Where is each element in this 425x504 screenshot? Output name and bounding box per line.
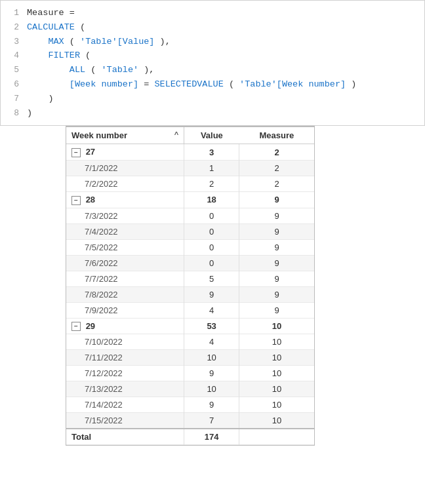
code-text: [Week number] = SELECTEDVALUE ( 'Table'[…	[27, 77, 356, 92]
code-line-2: 2 CALCULATE (	[1, 20, 424, 35]
group-measure-cell: 2	[239, 144, 314, 161]
group-row-29[interactable]: − 29 53 10	[66, 318, 314, 334]
detail-date: 7/15/2022	[66, 413, 184, 429]
code-line-4: 4 FILTER (	[1, 48, 424, 63]
detail-measure: 9	[239, 239, 314, 255]
detail-date: 7/9/2022	[66, 302, 184, 318]
code-text: CALCULATE (	[27, 20, 85, 35]
detail-measure: 10	[239, 334, 314, 350]
detail-row: 7/6/2022 0 9	[66, 255, 314, 271]
detail-measure: 10	[239, 366, 314, 381]
detail-row: 7/14/2022 9 10	[66, 397, 314, 413]
code-text: ALL ( 'Table' ),	[27, 63, 154, 77]
code-line-6: 6 [Week number] = SELECTEDVALUE ( 'Table…	[1, 77, 424, 92]
detail-date: 7/1/2022	[66, 160, 184, 176]
detail-measure: 10	[239, 397, 314, 413]
detail-row: 7/4/2022 0 9	[66, 223, 314, 239]
detail-measure: 9	[239, 255, 314, 271]
detail-date: 7/2/2022	[66, 176, 184, 191]
detail-row: 7/7/2022 5 9	[66, 271, 314, 286]
detail-value: 0	[184, 239, 239, 255]
detail-value: 4	[184, 302, 239, 318]
detail-date: 7/8/2022	[66, 286, 184, 302]
data-table-container: Week number ^ Value Measure − 27	[66, 126, 315, 446]
detail-date: 7/7/2022	[66, 271, 184, 286]
sort-arrow-icon[interactable]: ^	[174, 130, 178, 138]
code-line-8: 8 )	[1, 106, 424, 121]
detail-measure: 9	[239, 208, 314, 223]
line-number: 8	[6, 107, 19, 121]
code-line-5: 5 ALL ( 'Table' ),	[1, 63, 424, 77]
detail-value: 10	[184, 350, 239, 366]
group-measure-cell: 9	[239, 191, 314, 208]
table-scroll[interactable]: Week number ^ Value Measure − 27	[66, 127, 314, 445]
line-number: 6	[6, 78, 19, 92]
detail-value: 2	[184, 176, 239, 191]
group-value-cell: 3	[184, 144, 239, 161]
detail-value: 4	[184, 334, 239, 350]
line-number: 2	[6, 21, 19, 35]
detail-value: 5	[184, 271, 239, 286]
code-text: FILTER (	[27, 48, 91, 63]
detail-date: 7/5/2022	[66, 239, 184, 255]
line-number: 7	[6, 92, 19, 106]
detail-date: 7/13/2022	[66, 381, 184, 397]
detail-measure: 10	[239, 381, 314, 397]
code-line-1: 1 Measure =	[1, 6, 424, 20]
code-text: )	[27, 106, 32, 121]
code-editor: 1 Measure = 2 CALCULATE ( 3 MAX ( 'Table…	[0, 0, 425, 126]
detail-value: 0	[184, 255, 239, 271]
detail-row: 7/2/2022 2 2	[66, 176, 314, 191]
expand-icon[interactable]: −	[71, 322, 81, 331]
detail-row: 7/11/2022 10 10	[66, 350, 314, 366]
detail-measure: 9	[239, 223, 314, 239]
detail-measure: 10	[239, 413, 314, 429]
group-id: 29	[86, 321, 95, 331]
detail-value: 9	[184, 366, 239, 381]
code-line-3: 3 MAX ( 'Table'[Value] ),	[1, 35, 424, 49]
group-id: 28	[86, 195, 95, 204]
detail-row: 7/1/2022 1 2	[66, 160, 314, 176]
code-text: MAX ( 'Table'[Value] ),	[27, 35, 171, 49]
col-measure[interactable]: Measure	[239, 127, 314, 144]
detail-measure: 2	[239, 160, 314, 176]
detail-row: 7/3/2022 0 9	[66, 208, 314, 223]
total-measure	[239, 429, 314, 445]
detail-value: 1	[184, 160, 239, 176]
detail-row: 7/12/2022 9 10	[66, 366, 314, 381]
code-text: Measure =	[27, 6, 75, 20]
detail-date: 7/6/2022	[66, 255, 184, 271]
detail-measure: 10	[239, 350, 314, 366]
group-week-cell: − 28	[66, 191, 184, 208]
group-id: 27	[86, 147, 95, 157]
group-row-27[interactable]: − 27 3 2	[66, 144, 314, 161]
detail-measure: 9	[239, 271, 314, 286]
col-week-number[interactable]: Week number ^	[66, 127, 184, 144]
group-value-cell: 18	[184, 191, 239, 208]
expand-icon[interactable]: −	[71, 148, 81, 157]
detail-measure: 9	[239, 302, 314, 318]
line-number: 4	[6, 49, 19, 63]
detail-date: 7/12/2022	[66, 366, 184, 381]
total-row: Total 174	[66, 429, 314, 445]
code-text: )	[27, 92, 54, 106]
detail-value: 0	[184, 208, 239, 223]
detail-row: 7/15/2022 7 10	[66, 413, 314, 429]
code-line-7: 7 )	[1, 92, 424, 106]
col-value[interactable]: Value	[184, 127, 239, 144]
group-row-28[interactable]: − 28 18 9	[66, 191, 314, 208]
detail-row: 7/8/2022 9 9	[66, 286, 314, 302]
expand-icon[interactable]: −	[71, 196, 81, 205]
data-table: Week number ^ Value Measure − 27	[66, 127, 314, 445]
detail-value: 7	[184, 413, 239, 429]
table-header-row: Week number ^ Value Measure	[66, 127, 314, 144]
detail-date: 7/14/2022	[66, 397, 184, 413]
detail-date: 7/10/2022	[66, 334, 184, 350]
detail-row: 7/5/2022 0 9	[66, 239, 314, 255]
detail-date: 7/4/2022	[66, 223, 184, 239]
detail-row: 7/13/2022 10 10	[66, 381, 314, 397]
detail-value: 9	[184, 286, 239, 302]
detail-date: 7/11/2022	[66, 350, 184, 366]
total-value: 174	[184, 429, 239, 445]
detail-measure: 2	[239, 176, 314, 191]
